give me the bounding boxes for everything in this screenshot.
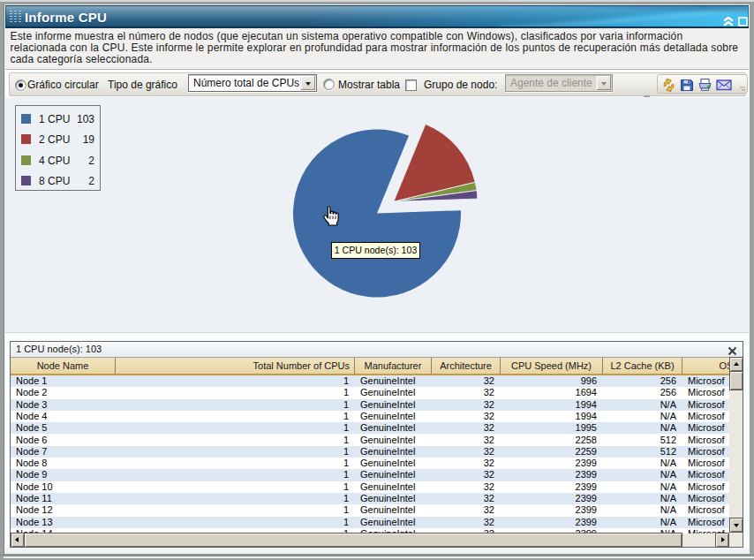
table-cell: Microsof bbox=[682, 387, 729, 398]
column-header[interactable]: CPU Speed (MHz) bbox=[501, 358, 603, 374]
column-header[interactable]: Node Name bbox=[11, 358, 116, 374]
table-cell: N/A bbox=[603, 504, 682, 516]
table-row[interactable]: Node 131GenuineIntel322399N/AMicrosof bbox=[11, 517, 729, 528]
table-cell: 32 bbox=[432, 375, 501, 387]
table-cell: 1 bbox=[116, 399, 355, 411]
table-cell: 2399 bbox=[501, 481, 603, 493]
table-row[interactable]: Node 41GenuineIntel321994N/AMicrosof bbox=[11, 411, 729, 422]
table-cell: N/A bbox=[603, 493, 682, 504]
table-row[interactable]: Node 21GenuineIntel321694256Microsof bbox=[11, 387, 729, 398]
drilldown-panel: 1 CPU node(s): 103 Node NameTotal Number… bbox=[10, 341, 743, 548]
table-cell: 32 bbox=[432, 422, 501, 434]
table-row[interactable]: Node 91GenuineIntel322399N/AMicrosof bbox=[11, 469, 729, 481]
column-header[interactable]: Total Number of CPUs bbox=[116, 358, 355, 374]
hand-cursor-icon bbox=[320, 202, 342, 227]
table-cell: GenuineIntel bbox=[355, 493, 432, 504]
scroll-right-button[interactable] bbox=[716, 534, 728, 547]
maximize-button[interactable] bbox=[738, 17, 749, 26]
table-cell: GenuineIntel bbox=[355, 458, 432, 469]
vertical-scrollbar[interactable] bbox=[730, 358, 743, 532]
column-header[interactable]: OS bbox=[682, 358, 729, 374]
table-cell: 2399 bbox=[501, 469, 603, 481]
table-cell: 996 bbox=[501, 375, 603, 387]
table-cell: 1 bbox=[116, 458, 355, 469]
table-cell: 1 bbox=[116, 493, 355, 504]
table-cell: 1994 bbox=[501, 411, 603, 422]
column-header[interactable]: L2 Cache (KB) bbox=[603, 358, 682, 374]
table-cell: Microsof bbox=[682, 458, 729, 469]
table-cell: Microsof bbox=[682, 375, 729, 387]
legend-value: 103 bbox=[77, 113, 94, 125]
table-cell: Node 9 bbox=[11, 469, 116, 481]
table-cell: N/A bbox=[603, 411, 682, 422]
scroll-up-button[interactable] bbox=[730, 358, 743, 371]
column-header[interactable]: Manufacturer bbox=[355, 358, 432, 374]
table-row[interactable]: Node 61GenuineIntel322258512Microsof bbox=[11, 435, 729, 446]
legend-label: 1 CPU bbox=[39, 113, 70, 125]
table-row[interactable]: Node 101GenuineIntel322399N/AMicrosof bbox=[11, 481, 729, 493]
scroll-down-button[interactable] bbox=[730, 518, 743, 532]
table-cell: 1995 bbox=[501, 422, 603, 434]
table-cell: 1 bbox=[116, 504, 355, 516]
table-cell: 32 bbox=[432, 493, 501, 504]
table-row[interactable]: Node 11GenuineIntel32996256Microsof bbox=[11, 375, 729, 387]
table-cell: GenuineIntel bbox=[355, 504, 432, 516]
table-cell: 32 bbox=[432, 458, 501, 469]
table-row[interactable]: Node 111GenuineIntel322399N/AMicrosof bbox=[11, 493, 729, 504]
chart-tooltip: 1 CPU node(s): 103 bbox=[331, 242, 420, 259]
table-header-row: Node NameTotal Number of CPUsManufacture… bbox=[11, 358, 729, 375]
window-title: Informe CPU bbox=[25, 10, 107, 25]
table-cell: 512 bbox=[603, 435, 682, 446]
table-cell: Node 3 bbox=[11, 399, 116, 411]
scroll-left-button[interactable] bbox=[11, 534, 24, 547]
table-cell: GenuineIntel bbox=[355, 399, 432, 411]
table-cell: Node 11 bbox=[11, 493, 116, 504]
table-cell: GenuineIntel bbox=[355, 469, 432, 481]
table-row[interactable]: Node 121GenuineIntel322399N/AMicrosof bbox=[11, 504, 729, 516]
table-row[interactable]: Node 51GenuineIntel321995N/AMicrosof bbox=[11, 422, 729, 434]
table-cell: N/A bbox=[603, 517, 682, 528]
table-cell: GenuineIntel bbox=[355, 517, 432, 528]
pie-chart[interactable] bbox=[0, 0, 754, 336]
table-cell: Microsof bbox=[682, 435, 729, 446]
legend-label: 4 CPU bbox=[39, 155, 70, 167]
table-cell: 2399 bbox=[501, 458, 603, 469]
table-cell: GenuineIntel bbox=[355, 481, 432, 493]
table-cell: Microsof bbox=[682, 517, 729, 528]
table-cell: 32 bbox=[432, 446, 501, 458]
table-row[interactable]: Node 81GenuineIntel322399N/AMicrosof bbox=[11, 458, 729, 469]
vertical-scroll-thumb[interactable] bbox=[730, 372, 743, 390]
horizontal-scroll-thumb[interactable] bbox=[25, 534, 682, 547]
table-cell: 2259 bbox=[501, 446, 603, 458]
table-row[interactable]: Node 71GenuineIntel322259512Microsof bbox=[11, 446, 729, 458]
legend-swatch bbox=[21, 155, 31, 165]
table-cell: 1 bbox=[116, 481, 355, 493]
legend-item: 4 CPU2 bbox=[16, 155, 100, 168]
table-cell: Node 13 bbox=[11, 517, 116, 528]
data-table: Node NameTotal Number of CPUsManufacture… bbox=[11, 358, 729, 534]
table-row[interactable]: Node 31GenuineIntel321994N/AMicrosof bbox=[11, 399, 729, 411]
table-cell: GenuineIntel bbox=[355, 422, 432, 434]
table-cell: Microsof bbox=[682, 469, 729, 481]
close-icon[interactable] bbox=[728, 344, 738, 354]
report-window: Informe CPU Este informe muestra el núme… bbox=[0, 0, 754, 560]
legend-label: 2 CPU bbox=[39, 133, 70, 146]
table-cell: Node 5 bbox=[11, 422, 116, 434]
collapse-button[interactable] bbox=[723, 17, 734, 26]
table-cell: 32 bbox=[432, 504, 501, 516]
table-cell: N/A bbox=[603, 458, 682, 469]
table-cell: 512 bbox=[603, 446, 682, 458]
table-cell: 1694 bbox=[501, 387, 603, 398]
panel-header: 1 CPU node(s): 103 bbox=[11, 342, 743, 358]
table-cell: 2399 bbox=[501, 504, 603, 516]
panel-title: 1 CPU node(s): 103 bbox=[16, 344, 102, 354]
column-header[interactable]: Architecture bbox=[432, 358, 501, 374]
table-cell: 256 bbox=[603, 375, 682, 387]
horizontal-scrollbar[interactable] bbox=[11, 534, 743, 547]
table-cell: Microsof bbox=[682, 446, 729, 458]
legend-value: 2 bbox=[88, 175, 94, 187]
table-cell: Node 4 bbox=[11, 411, 116, 422]
table-cell: GenuineIntel bbox=[355, 411, 432, 422]
table-cell: 1 bbox=[116, 387, 355, 398]
table-cell: Node 1 bbox=[11, 375, 116, 387]
